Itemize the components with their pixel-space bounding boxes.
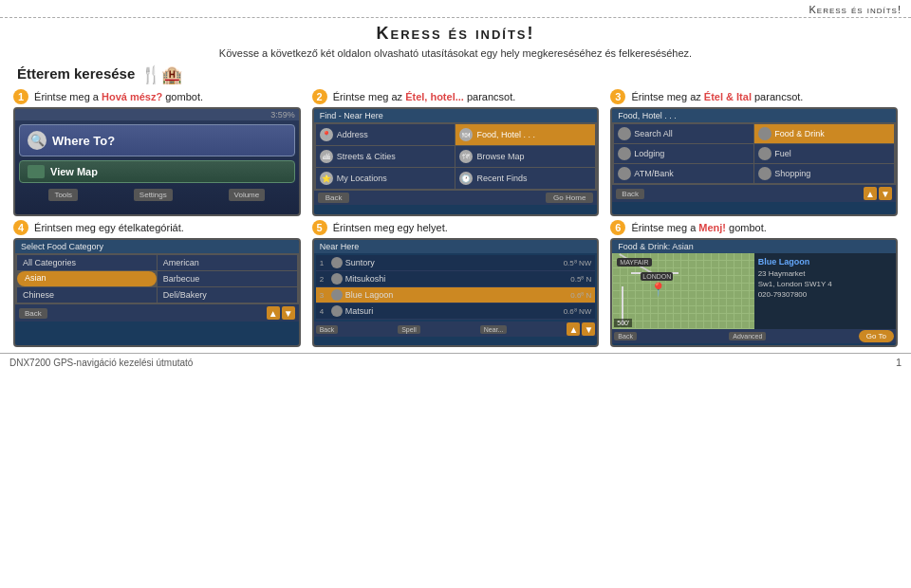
screen5-mitsukoshi[interactable]: 2 Mitsukoshi 0.5⁸ N — [316, 271, 596, 287]
screen4-arrows: ▲ ▼ — [267, 306, 295, 320]
screen6-goto-btn[interactable]: Go To — [859, 330, 894, 342]
screen3-food-drink[interactable]: Food & Drink — [754, 124, 894, 143]
screen6-place-name: Blue Lagoon — [758, 257, 892, 266]
map-icon — [28, 165, 45, 178]
screen1-view-map[interactable]: View Map — [19, 160, 295, 183]
screen5-back-btn[interactable]: Back — [316, 325, 339, 334]
step-6-num: 6 — [610, 220, 625, 235]
streets-icon: 🏙 — [320, 150, 333, 163]
screen6-header: Food & Drink: Asian — [612, 240, 896, 253]
screen3-search-all[interactable]: Search All — [614, 124, 753, 143]
screen1-settings-btn[interactable]: Settings — [134, 189, 173, 201]
screen1-tools-btn[interactable]: Tools — [48, 189, 78, 201]
step-2-num: 2 — [312, 89, 327, 104]
screen2-food-hotel[interactable]: 🍽 Food, Hotel . . . — [456, 124, 595, 145]
screen3-atm[interactable]: ATM/Bank — [614, 164, 753, 183]
screen3-lodging[interactable]: Lodging — [614, 144, 753, 163]
step-1-num: 1 — [13, 89, 28, 104]
screen4-barbecue[interactable]: Barbecue — [158, 271, 297, 286]
step-6-bold: Menj! — [698, 222, 726, 233]
screen-3: Food, Hotel . . . Search All Food & Drin… — [610, 107, 898, 216]
screen1-where-to[interactable]: 🔍 Where To? — [19, 124, 295, 156]
screen2-streets[interactable]: 🏙 Streets & Cities — [316, 146, 456, 167]
screen2-header: Find - Near Here — [314, 109, 598, 122]
map-label-mayfair: MAYFAIR — [617, 258, 651, 266]
screen4-footer: Back ▲ ▼ — [15, 304, 299, 322]
step-4-num: 4 — [13, 220, 28, 235]
screen4-down-btn[interactable]: ▼ — [282, 306, 295, 320]
screen2-grid: 📍 Address 🍽 Food, Hotel . . . 🏙 Streets … — [314, 122, 598, 191]
screen3-fuel[interactable]: Fuel — [754, 144, 894, 163]
screen6-back-btn[interactable]: Back — [614, 332, 637, 340]
screen5-near-btn[interactable]: Near... — [480, 325, 508, 334]
steps-grid: 1 Érintse meg a Hová mész? gombot. 3:59%… — [0, 87, 911, 349]
step-3-bold: Étel & Ital — [704, 91, 752, 102]
step-1-instruction: 1 Érintse meg a Hová mész? gombot. — [13, 89, 301, 104]
recent-icon: 🕐 — [459, 172, 473, 185]
screen4-back-btn[interactable]: Back — [19, 308, 47, 319]
screen1-header: 3:59% — [15, 109, 299, 120]
fuel-icon — [758, 147, 772, 160]
step-2-cell: 2 Érintse meg az Étel, hotel... parancso… — [307, 87, 605, 218]
screen-1: 3:59% 🔍 Where To? View Map Tools Setting… — [13, 107, 301, 216]
screen6-info: Blue Lagoon 23 HaymarketSw1, London SW1Y… — [754, 253, 896, 329]
screen2-browse-map[interactable]: 🗺 Browse Map — [456, 146, 595, 167]
map-label-london: LONDON — [641, 272, 673, 281]
screen5-spell-btn[interactable]: Spell — [398, 325, 420, 334]
screen3-footer: Back ▲ ▼ — [612, 185, 896, 202]
map-scale: 500' — [614, 319, 632, 327]
step-5-cell: 5 Érintsen meg egy helyet. Near Here 1 S… — [307, 218, 605, 349]
screen3-back-btn[interactable]: Back — [616, 189, 644, 199]
search-all-icon — [618, 127, 631, 140]
section-title: Étterem keresése — [17, 65, 135, 82]
screen2-gohome-btn[interactable]: Go Home — [546, 193, 593, 203]
subtitle: Kövesse a következő két oldalon olvashat… — [0, 47, 911, 59]
screen1-footer: Tools Settings Volume — [19, 187, 295, 203]
browse-map-icon: 🗺 — [459, 150, 473, 163]
screen5-down-btn[interactable]: ▼ — [582, 322, 595, 336]
screen1-volume-btn[interactable]: Volume — [229, 189, 266, 201]
step-6-instruction: 6 Érintse meg a Menj! gombot. — [610, 220, 898, 235]
suntory-icon — [331, 257, 343, 268]
main-title: Keress és indíts! — [0, 24, 911, 44]
screen5-header: Near Here — [314, 240, 598, 253]
lodging-icon — [618, 147, 631, 160]
screen2-my-locations[interactable]: ⭐ My Locations — [316, 168, 456, 189]
screen5-blue-lagoon[interactable]: 3 Blue Lagoon 0.6⁸ N — [316, 287, 596, 303]
screen4-deli-bakery[interactable]: Deli/Bakery — [158, 287, 297, 303]
screen2-back-btn[interactable]: Back — [318, 193, 350, 203]
atm-icon — [618, 167, 631, 180]
screen2-address[interactable]: 📍 Address — [316, 124, 456, 145]
screen5-matsuri[interactable]: 4 Matsuri 0.6⁸ NW — [316, 303, 596, 320]
step-3-instruction: 3 Érintse meg az Étel & Ital parancsot. — [610, 89, 898, 104]
section-row: Étterem keresése 🍴🏨 — [0, 64, 911, 85]
screen4-up-btn[interactable]: ▲ — [267, 306, 280, 320]
screen3-down-btn[interactable]: ▼ — [879, 187, 892, 200]
screen1-body: 🔍 Where To? View Map Tools Settings Volu… — [15, 120, 299, 207]
screen4-chinese[interactable]: Chinese — [17, 287, 157, 303]
step-6-cell: 6 Érintse meg a Menj! gombot. Food & Dri… — [604, 218, 903, 349]
screen4-list: All Categories American Asian Barbecue C… — [15, 253, 299, 304]
step-1-bold: Hová mész? — [102, 91, 162, 102]
step-3-cell: 3 Érintse meg az Étel & Ital parancsot. … — [604, 87, 903, 218]
screen6-advanced-btn[interactable]: Advanced — [729, 332, 766, 340]
step-5-instruction: 5 Érintsen meg egy helyet. — [312, 220, 600, 235]
screen-5: Near Here 1 Suntory 0.5⁸ NW 2 Mitsukoshi… — [312, 238, 600, 347]
screen-4: Select Food Category All Categories Amer… — [13, 238, 301, 347]
screen6-map: 📍 500' MAYFAIR LONDON — [612, 253, 753, 329]
restaurant-icon: 🍴🏨 — [140, 64, 182, 85]
screen-6: Food & Drink: Asian 📍 500' MAYFAIR LONDO… — [610, 238, 898, 347]
screen4-american[interactable]: American — [158, 255, 297, 270]
screen5-suntory[interactable]: 1 Suntory 0.5⁸ NW — [316, 255, 596, 271]
step-5-num: 5 — [312, 220, 327, 235]
screen4-asian[interactable]: Asian — [17, 271, 157, 286]
screen2-recent-finds[interactable]: 🕐 Recent Finds — [456, 168, 595, 189]
screen5-up-btn[interactable]: ▲ — [567, 322, 580, 336]
locations-icon: ⭐ — [320, 172, 333, 185]
screen4-all-categories[interactable]: All Categories — [17, 255, 157, 270]
blue-lagoon-icon — [331, 289, 343, 301]
screen6-address: 23 HaymarketSw1, London SW1Y 4020-793078… — [758, 268, 892, 301]
step-1-cell: 1 Érintse meg a Hová mész? gombot. 3:59%… — [8, 87, 307, 218]
screen3-shopping[interactable]: Shopping — [754, 164, 894, 183]
screen3-up-btn[interactable]: ▲ — [864, 187, 877, 200]
